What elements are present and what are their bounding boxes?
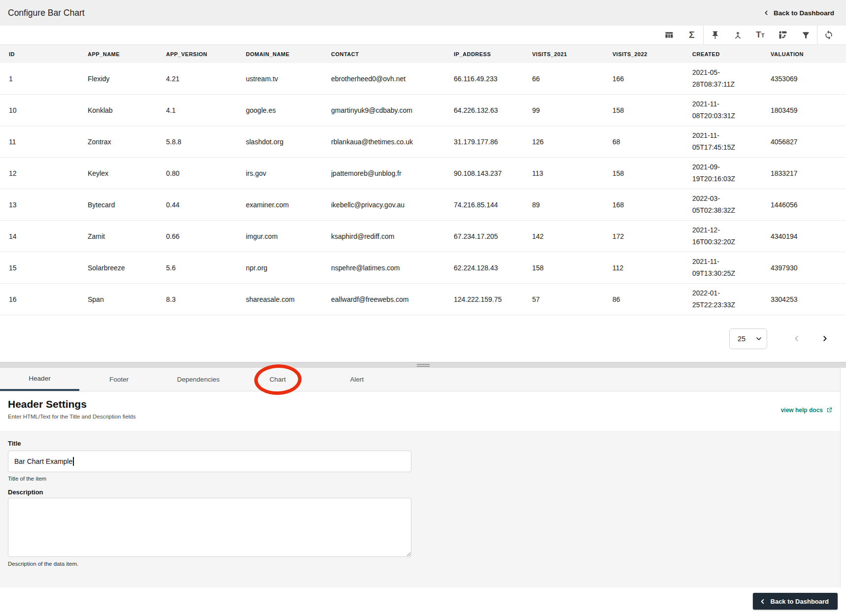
table-row[interactable]: 16Span8.3shareasale.comeallwardf@freeweb… [0,284,846,315]
column-header-visits_2021[interactable]: VISITS_2021 [532,45,612,63]
cell-ip_address: 66.116.49.233 [454,63,532,94]
tab-label: Alert [350,376,364,383]
cell-valuation: 1446056 [771,189,846,220]
table-row[interactable]: 10Konklab4.1google.esgmartinyuk9@cdbaby.… [0,95,846,126]
cell-ip_address: 74.216.85.144 [454,189,532,220]
cell-app_name: Flexidy [88,63,166,94]
cell-contact: rblankaua@thetimes.co.uk [331,126,454,157]
cell-contact: ikebellc@privacy.gov.au [331,189,454,220]
cell-app_name: Zamit [88,221,166,252]
page-title: Configure Bar Chart [8,8,85,18]
cell-id: 1 [9,63,88,94]
cell-app_name: Bytecard [88,189,166,220]
table-row[interactable]: 14Zamit0.66imgur.comksaphird@rediff.com6… [0,221,846,252]
cell-valuation: 1803459 [771,95,846,126]
cell-visits_2022: 158 [612,95,692,126]
cell-valuation: 4340194 [771,221,846,252]
column-header-ip_address[interactable]: IP_ADDRESS [454,45,532,63]
next-page-button[interactable] [816,330,833,347]
table-row[interactable]: 13Bytecard0.44examiner.comikebellc@priva… [0,189,846,221]
sync-icon[interactable] [817,26,840,44]
cell-visits_2021: 126 [532,126,612,157]
column-header-app_version[interactable]: APP_VERSION [166,45,246,63]
cell-visits_2021: 66 [532,63,612,94]
tab-header[interactable]: Header [0,368,79,391]
cell-visits_2022: 158 [612,158,692,189]
description-field-label: Description [8,488,846,496]
previous-page-button[interactable] [788,330,805,347]
description-textarea[interactable] [8,498,411,557]
table-body: 1Flexidy4.21ustream.tvebrotherheed0@ovh.… [0,63,846,315]
back-to-dashboard-button-label: Back to Dashboard [771,598,829,605]
back-to-dashboard-button[interactable]: Back to Dashboard [753,593,838,610]
table-toolbar: Σ TT [0,26,846,44]
column-header-contact[interactable]: CONTACT [331,45,454,63]
cell-domain_name: npr.org [246,252,331,283]
column-header-id[interactable]: ID [9,45,88,63]
cell-app_name: Konklab [88,95,166,126]
tab-alert[interactable]: Alert [317,368,397,391]
settings-pane: HeaderFooterDependenciesChartAlert Heade… [0,368,846,616]
filter-icon[interactable] [794,26,817,44]
table-row[interactable]: 1Flexidy4.21ustream.tvebrotherheed0@ovh.… [0,63,846,95]
cell-domain_name: examiner.com [246,189,331,220]
cell-contact: eallwardf@freewebs.com [331,284,454,315]
tab-label: Footer [109,376,129,383]
view-help-docs-link[interactable]: view help docs [781,407,833,414]
pin-icon[interactable] [704,26,726,44]
cell-id: 10 [9,95,88,126]
cell-created: 2021-09-19T20:16:03Z [692,158,771,189]
text-format-icon[interactable]: TT [749,26,772,44]
column-header-created[interactable]: CREATED [692,45,771,63]
cell-id: 14 [9,221,88,252]
cell-visits_2022: 172 [612,221,692,252]
column-header-app_name[interactable]: APP_NAME [88,45,166,63]
cell-visits_2022: 112 [612,252,692,283]
tab-footer[interactable]: Footer [79,368,159,391]
chevron-right-icon [821,334,829,343]
top-header-bar: Configure Bar Chart Back to Dashboard [0,0,846,26]
cell-ip_address: 62.224.128.43 [454,252,532,283]
cell-id: 11 [9,126,88,157]
merge-icon[interactable] [726,26,749,44]
cell-app_name: Span [88,284,166,315]
data-table: IDAPP_NAMEAPP_VERSIONDOMAIN_NAMECONTACTI… [0,44,846,315]
pane-splitter[interactable] [0,362,846,368]
cell-domain_name: shareasale.com [246,284,331,315]
cell-id: 15 [9,252,88,283]
scrollbar-track[interactable] [840,368,846,587]
cell-domain_name: imgur.com [246,221,331,252]
cell-app_version: 5.6 [166,252,246,283]
column-header-visits_2022[interactable]: VISITS_2022 [612,45,692,63]
sigma-icon[interactable]: Σ [680,26,703,44]
page-size-select[interactable]: 25 [729,328,767,349]
cell-ip_address: 31.179.177.86 [454,126,532,157]
cell-contact: ksaphird@rediff.com [331,221,454,252]
cell-id: 16 [9,284,88,315]
title-input[interactable]: Bar Chart Example [8,451,411,472]
footer-bar: Back to Dashboard [0,587,846,616]
chevron-left-icon [759,598,766,605]
cell-domain_name: google.es [246,95,331,126]
cell-created: 2021-11-05T17:45:15Z [692,126,771,157]
table-row[interactable]: 12Keylex0.80irs.govjpattemoreb@unblog.fr… [0,158,846,189]
table-header-row: IDAPP_NAMEAPP_VERSIONDOMAIN_NAMECONTACTI… [0,44,846,63]
tab-chart[interactable]: Chart [238,368,317,391]
column-header-valuation[interactable]: VALUATION [771,45,846,63]
cell-visits_2022: 86 [612,284,692,315]
cell-ip_address: 64.226.132.63 [454,95,532,126]
back-to-dashboard-label: Back to Dashboard [774,9,834,17]
tab-label: Dependencies [177,376,219,383]
pivot-table-icon[interactable] [772,26,794,44]
tab-dependencies[interactable]: Dependencies [159,368,238,391]
table-row[interactable]: 15Solarbreeze5.6npr.orgnspehre@latimes.c… [0,252,846,284]
cell-valuation: 1833217 [771,158,846,189]
cell-contact: nspehre@latimes.com [331,252,454,283]
table-row[interactable]: 11Zontrax5.8.8slashdot.orgrblankaua@thet… [0,126,846,158]
cell-visits_2021: 113 [532,158,612,189]
section-subheading: Enter HTML/Text for the Title and Descri… [8,414,838,420]
table-columns-icon[interactable] [658,26,680,44]
cell-domain_name: irs.gov [246,158,331,189]
column-header-domain_name[interactable]: DOMAIN_NAME [246,45,331,63]
back-to-dashboard-link[interactable]: Back to Dashboard [763,9,834,17]
